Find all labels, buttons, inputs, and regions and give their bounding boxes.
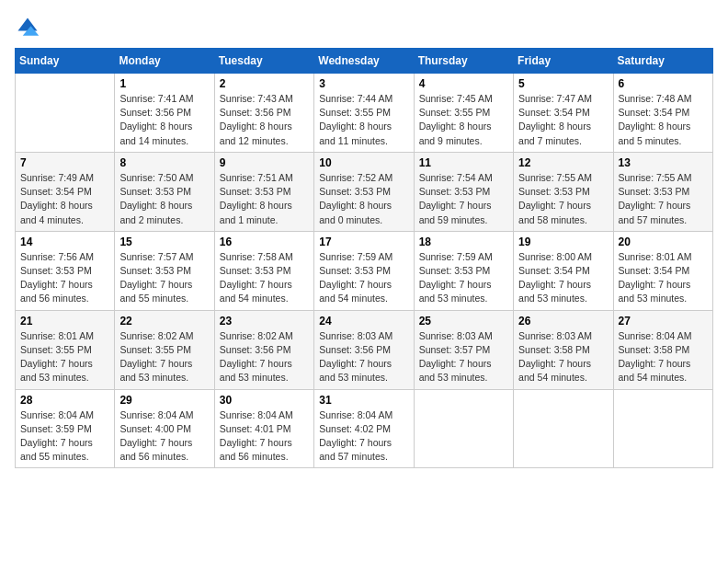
day-number: 1 xyxy=(119,77,209,90)
day-cell xyxy=(514,389,613,468)
day-cell xyxy=(16,74,115,153)
logo-icon xyxy=(15,15,40,40)
day-number: 9 xyxy=(220,156,309,169)
day-info: Sunrise: 7:47 AMSunset: 3:54 PMDaylight:… xyxy=(518,92,608,148)
day-cell: 25Sunrise: 8:03 AMSunset: 3:57 PMDayligh… xyxy=(414,310,513,389)
day-info: Sunrise: 7:44 AMSunset: 3:55 PMDaylight:… xyxy=(319,92,408,148)
day-cell: 27Sunrise: 8:04 AMSunset: 3:58 PMDayligh… xyxy=(613,310,712,389)
day-number: 25 xyxy=(419,315,508,327)
day-cell: 8Sunrise: 7:50 AMSunset: 3:53 PMDaylight… xyxy=(115,152,214,231)
day-cell: 12Sunrise: 7:55 AMSunset: 3:53 PMDayligh… xyxy=(514,152,613,231)
day-info: Sunrise: 7:59 AMSunset: 3:53 PMDaylight:… xyxy=(319,250,408,306)
day-number: 26 xyxy=(518,315,608,327)
logo xyxy=(15,15,44,40)
week-row-2: 7Sunrise: 7:49 AMSunset: 3:54 PMDaylight… xyxy=(16,152,713,231)
day-number: 27 xyxy=(619,315,708,327)
day-number: 30 xyxy=(220,394,309,407)
day-number: 2 xyxy=(220,77,309,90)
day-number: 17 xyxy=(319,236,408,248)
day-info: Sunrise: 8:03 AMSunset: 3:56 PMDaylight:… xyxy=(319,329,408,385)
day-cell: 1Sunrise: 7:41 AMSunset: 3:56 PMDaylight… xyxy=(115,74,214,153)
calendar-body: 1Sunrise: 7:41 AMSunset: 3:56 PMDaylight… xyxy=(16,74,713,468)
calendar-table: SundayMondayTuesdayWednesdayThursdayFrid… xyxy=(15,48,713,468)
day-number: 11 xyxy=(419,156,508,169)
day-info: Sunrise: 8:04 AMSunset: 4:01 PMDaylight:… xyxy=(220,408,309,465)
day-number: 6 xyxy=(619,77,708,90)
day-info: Sunrise: 8:03 AMSunset: 3:57 PMDaylight:… xyxy=(419,329,508,385)
weekday-friday: Friday xyxy=(514,49,613,74)
day-cell: 22Sunrise: 8:02 AMSunset: 3:55 PMDayligh… xyxy=(115,310,214,389)
day-cell: 10Sunrise: 7:52 AMSunset: 3:53 PMDayligh… xyxy=(314,152,414,231)
day-number: 4 xyxy=(419,77,508,90)
day-info: Sunrise: 7:50 AMSunset: 3:53 PMDaylight:… xyxy=(119,171,209,227)
day-number: 12 xyxy=(518,156,608,169)
day-info: Sunrise: 8:04 AMSunset: 3:59 PMDaylight:… xyxy=(20,408,109,465)
day-cell: 2Sunrise: 7:43 AMSunset: 3:56 PMDaylight… xyxy=(214,74,313,153)
week-row-3: 14Sunrise: 7:56 AMSunset: 3:53 PMDayligh… xyxy=(16,231,713,310)
day-cell: 9Sunrise: 7:51 AMSunset: 3:53 PMDaylight… xyxy=(214,152,313,231)
day-info: Sunrise: 7:58 AMSunset: 3:53 PMDaylight:… xyxy=(220,250,309,306)
day-info: Sunrise: 8:00 AMSunset: 3:54 PMDaylight:… xyxy=(518,250,608,306)
day-info: Sunrise: 8:02 AMSunset: 3:56 PMDaylight:… xyxy=(220,329,309,385)
day-info: Sunrise: 7:49 AMSunset: 3:54 PMDaylight:… xyxy=(20,171,109,227)
day-info: Sunrise: 7:57 AMSunset: 3:53 PMDaylight:… xyxy=(119,250,209,306)
day-info: Sunrise: 8:04 AMSunset: 4:02 PMDaylight:… xyxy=(319,408,408,465)
day-info: Sunrise: 7:51 AMSunset: 3:53 PMDaylight:… xyxy=(220,171,309,227)
day-info: Sunrise: 8:01 AMSunset: 3:55 PMDaylight:… xyxy=(20,329,109,385)
day-number: 14 xyxy=(20,236,109,248)
day-cell: 4Sunrise: 7:45 AMSunset: 3:55 PMDaylight… xyxy=(414,74,513,153)
day-info: Sunrise: 7:45 AMSunset: 3:55 PMDaylight:… xyxy=(419,92,508,148)
day-number: 5 xyxy=(518,77,608,90)
day-cell: 23Sunrise: 8:02 AMSunset: 3:56 PMDayligh… xyxy=(214,310,313,389)
day-info: Sunrise: 8:04 AMSunset: 4:00 PMDaylight:… xyxy=(119,408,209,465)
weekday-thursday: Thursday xyxy=(414,49,513,74)
svg-marker-0 xyxy=(18,18,38,31)
day-cell: 11Sunrise: 7:54 AMSunset: 3:53 PMDayligh… xyxy=(414,152,513,231)
day-cell: 7Sunrise: 7:49 AMSunset: 3:54 PMDaylight… xyxy=(16,152,115,231)
day-cell: 19Sunrise: 8:00 AMSunset: 3:54 PMDayligh… xyxy=(514,231,613,310)
day-cell: 31Sunrise: 8:04 AMSunset: 4:02 PMDayligh… xyxy=(314,389,414,468)
day-number: 18 xyxy=(419,236,508,248)
week-row-1: 1Sunrise: 7:41 AMSunset: 3:56 PMDaylight… xyxy=(16,74,713,153)
day-cell: 16Sunrise: 7:58 AMSunset: 3:53 PMDayligh… xyxy=(214,231,313,310)
day-cell: 21Sunrise: 8:01 AMSunset: 3:55 PMDayligh… xyxy=(16,310,115,389)
page-header xyxy=(15,15,713,40)
day-cell xyxy=(414,389,513,468)
day-number: 23 xyxy=(220,315,309,327)
day-cell: 6Sunrise: 7:48 AMSunset: 3:54 PMDaylight… xyxy=(613,74,712,153)
day-cell: 20Sunrise: 8:01 AMSunset: 3:54 PMDayligh… xyxy=(613,231,712,310)
weekday-sunday: Sunday xyxy=(16,49,115,74)
day-number: 31 xyxy=(319,394,408,407)
day-number: 16 xyxy=(220,236,309,248)
day-number: 22 xyxy=(119,315,209,327)
weekday-monday: Monday xyxy=(115,49,214,74)
day-info: Sunrise: 7:56 AMSunset: 3:53 PMDaylight:… xyxy=(20,250,109,306)
day-info: Sunrise: 7:55 AMSunset: 3:53 PMDaylight:… xyxy=(619,171,708,227)
day-number: 7 xyxy=(20,156,109,169)
day-info: Sunrise: 8:04 AMSunset: 3:58 PMDaylight:… xyxy=(619,329,708,385)
day-cell: 30Sunrise: 8:04 AMSunset: 4:01 PMDayligh… xyxy=(214,389,313,468)
day-number: 19 xyxy=(518,236,608,248)
day-info: Sunrise: 8:02 AMSunset: 3:55 PMDaylight:… xyxy=(119,329,209,385)
day-number: 3 xyxy=(319,77,408,90)
weekday-wednesday: Wednesday xyxy=(314,49,414,74)
day-number: 21 xyxy=(20,315,109,327)
day-cell: 18Sunrise: 7:59 AMSunset: 3:53 PMDayligh… xyxy=(414,231,513,310)
weekday-tuesday: Tuesday xyxy=(214,49,313,74)
day-info: Sunrise: 8:01 AMSunset: 3:54 PMDaylight:… xyxy=(619,250,708,306)
day-number: 29 xyxy=(119,394,209,407)
day-info: Sunrise: 7:59 AMSunset: 3:53 PMDaylight:… xyxy=(419,250,508,306)
day-number: 28 xyxy=(20,394,109,407)
day-cell xyxy=(613,389,712,468)
weekday-saturday: Saturday xyxy=(613,49,712,74)
day-cell: 14Sunrise: 7:56 AMSunset: 3:53 PMDayligh… xyxy=(16,231,115,310)
day-info: Sunrise: 7:41 AMSunset: 3:56 PMDaylight:… xyxy=(119,92,209,148)
day-cell: 29Sunrise: 8:04 AMSunset: 4:00 PMDayligh… xyxy=(115,389,214,468)
week-row-5: 28Sunrise: 8:04 AMSunset: 3:59 PMDayligh… xyxy=(16,389,713,468)
day-info: Sunrise: 7:54 AMSunset: 3:53 PMDaylight:… xyxy=(419,171,508,227)
day-info: Sunrise: 7:55 AMSunset: 3:53 PMDaylight:… xyxy=(518,171,608,227)
day-cell: 5Sunrise: 7:47 AMSunset: 3:54 PMDaylight… xyxy=(514,74,613,153)
day-number: 24 xyxy=(319,315,408,327)
day-number: 10 xyxy=(319,156,408,169)
day-cell: 17Sunrise: 7:59 AMSunset: 3:53 PMDayligh… xyxy=(314,231,414,310)
